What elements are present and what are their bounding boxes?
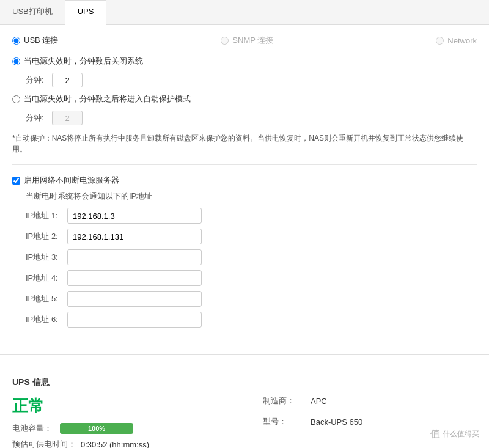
network-ups-checkbox-row: 启用网络不间断电源服务器 bbox=[12, 175, 477, 186]
ups-info-title: UPS 信息 bbox=[12, 377, 477, 388]
watermark-text: 什么值得买 bbox=[443, 429, 479, 439]
network-connection-radio[interactable] bbox=[436, 37, 444, 45]
battery-bar-fill: 100% bbox=[60, 423, 133, 434]
protect-minutes-label: 分钟: bbox=[26, 112, 47, 123]
network-ups-checkbox[interactable] bbox=[12, 177, 20, 185]
manufacturer-label: 制造商： bbox=[263, 395, 306, 406]
tab-usb-printer[interactable]: USB打印机 bbox=[0, 0, 65, 24]
model-value: Back-UPS 650 bbox=[311, 417, 362, 427]
snmp-connection-label: SNMP 连接 bbox=[232, 35, 273, 46]
ip-input-6[interactable] bbox=[67, 312, 202, 328]
runtime-row: 预估可供电时间： 0:30:52 (hh:mm:ss) bbox=[12, 439, 226, 448]
ip-label-3: IP地址 3: bbox=[26, 252, 62, 263]
shutdown-option-row: 当电源失效时，分钟数后关闭系统 bbox=[12, 56, 477, 67]
battery-bar-container: 100% bbox=[60, 423, 133, 434]
protect-radio[interactable] bbox=[12, 95, 20, 103]
model-row: 型号： Back-UPS 650 bbox=[263, 416, 362, 427]
protect-option-row: 当电源失效时，分钟数之后将进入自动保护模式 bbox=[12, 94, 477, 105]
ip-label-5: IP地址 5: bbox=[26, 293, 62, 304]
snmp-connection-radio[interactable] bbox=[221, 37, 229, 45]
shutdown-radio[interactable] bbox=[12, 57, 20, 65]
shutdown-minutes-row: 分钟: bbox=[26, 73, 477, 87]
protect-option-label[interactable]: 当电源失效时，分钟数之后将进入自动保护模式 bbox=[12, 94, 191, 105]
usb-connection-label: USB 连接 bbox=[24, 35, 58, 46]
ip-row-3: IP地址 3: bbox=[26, 249, 477, 265]
runtime-label: 预估可供电时间： bbox=[12, 439, 76, 448]
protect-label-text: 当电源失效时，分钟数之后将进入自动保护模式 bbox=[24, 94, 191, 105]
network-ups-label[interactable]: 启用网络不间断电源服务器 bbox=[12, 175, 119, 186]
section-separator bbox=[0, 354, 489, 355]
usb-connection-radio[interactable] bbox=[12, 37, 20, 45]
ip-input-5[interactable] bbox=[67, 291, 202, 307]
shutdown-option-label[interactable]: 当电源失效时，分钟数后关闭系统 bbox=[12, 56, 143, 67]
battery-bar-text: 100% bbox=[88, 425, 105, 432]
ups-status: 正常 bbox=[12, 395, 226, 417]
ip-row-4: IP地址 4: bbox=[26, 270, 477, 286]
ip-row-2: IP地址 2: bbox=[26, 229, 477, 244]
network-connection-label: Network bbox=[447, 36, 477, 45]
battery-row: 电池容量： 100% bbox=[12, 423, 226, 434]
snmp-connection-option[interactable]: SNMP 连接 bbox=[221, 35, 273, 46]
shutdown-minutes-label: 分钟: bbox=[26, 75, 47, 86]
manufacturer-value: APC bbox=[311, 397, 327, 406]
ip-row-5: IP地址 5: bbox=[26, 291, 477, 307]
battery-label: 电池容量： bbox=[12, 423, 55, 434]
notify-text: 当断电时系统将会通知以下的IP地址 bbox=[26, 191, 477, 202]
battery-bar-bg: 100% bbox=[60, 423, 133, 434]
divider-1 bbox=[12, 164, 477, 165]
model-label: 型号： bbox=[263, 416, 306, 427]
watermark: 值 什么值得买 bbox=[430, 428, 479, 441]
ip-label-1: IP地址 1: bbox=[26, 210, 62, 221]
main-content: USB 连接 SNMP 连接 Network 当电源失效时，分钟数后关闭系统 分… bbox=[0, 25, 489, 342]
ip-label-6: IP地址 6: bbox=[26, 314, 62, 325]
connection-row: USB 连接 SNMP 连接 Network bbox=[12, 35, 477, 46]
tab-bar: USB打印机 UPS bbox=[0, 0, 489, 25]
ip-input-1[interactable] bbox=[67, 208, 202, 224]
protect-minutes-row: 分钟: bbox=[26, 111, 477, 125]
auto-protect-note: *自动保护：NAS将停止所有执行中服务且卸载所有磁盘区来保护您的资料。当供电恢复… bbox=[12, 133, 477, 155]
ip-input-4[interactable] bbox=[67, 270, 202, 286]
runtime-value: 0:30:52 (hh:mm:ss) bbox=[81, 440, 149, 449]
ip-label-4: IP地址 4: bbox=[26, 273, 62, 284]
usb-connection-option[interactable]: USB 连接 bbox=[12, 35, 58, 46]
tab-ups[interactable]: UPS bbox=[65, 0, 107, 25]
shutdown-label-text: 当电源失效时，分钟数后关闭系统 bbox=[24, 56, 143, 67]
network-connection-option[interactable]: Network bbox=[436, 36, 477, 45]
ups-left-panel: 正常 电池容量： 100% 预估可供电时间： 0:30:52 (hh:mm:ss… bbox=[12, 395, 226, 448]
manufacturer-row: 制造商： APC bbox=[263, 395, 327, 406]
network-ups-checkbox-label: 启用网络不间断电源服务器 bbox=[24, 175, 119, 186]
ip-row-6: IP地址 6: bbox=[26, 312, 477, 328]
shutdown-minutes-input[interactable] bbox=[52, 73, 83, 87]
watermark-icon: 值 bbox=[430, 428, 440, 441]
ups-details: 正常 电池容量： 100% 预估可供电时间： 0:30:52 (hh:mm:ss… bbox=[12, 395, 477, 448]
ip-table: IP地址 1: IP地址 2: IP地址 3: IP地址 4: IP地址 5: … bbox=[26, 208, 477, 328]
ip-input-2[interactable] bbox=[67, 229, 202, 244]
protect-minutes-input[interactable] bbox=[52, 111, 83, 125]
ip-input-3[interactable] bbox=[67, 249, 202, 265]
ip-label-2: IP地址 2: bbox=[26, 231, 62, 242]
ip-row-1: IP地址 1: bbox=[26, 208, 477, 224]
ups-info-section: UPS 信息 正常 电池容量： 100% 预估可供电时间： 0:30:52 (h… bbox=[0, 367, 489, 448]
